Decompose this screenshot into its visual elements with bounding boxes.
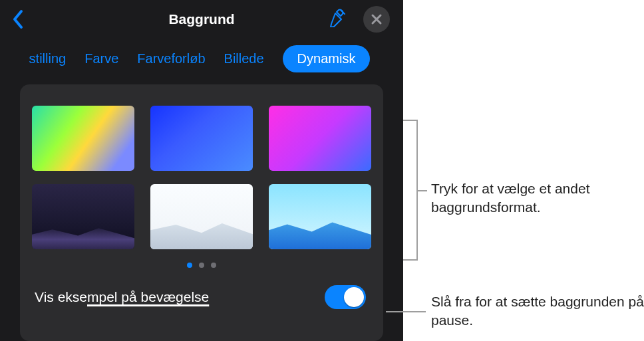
background-panel: Baggrund stilling Farve Farveforløb Bill… <box>0 0 403 341</box>
dynamic-preset-3[interactable] <box>269 106 371 171</box>
dynamic-preset-4[interactable] <box>32 184 134 249</box>
panel-title: Baggrund <box>168 11 234 27</box>
page-dot-2[interactable] <box>199 263 204 268</box>
tab-bar: stilling Farve Farveforløb Billede Dynam… <box>0 39 403 84</box>
thumbnail-card: Vis eksempel på bevægelse <box>20 84 383 341</box>
leader-line <box>386 311 426 312</box>
tab-farve[interactable]: Farve <box>84 51 118 66</box>
leader-line <box>403 120 418 121</box>
tab-stilling[interactable]: stilling <box>29 51 67 66</box>
motion-preview-label-underlined: mpel på bevægelse <box>87 289 209 304</box>
dynamic-preset-6[interactable] <box>269 184 371 249</box>
page-dot-3[interactable] <box>211 263 216 268</box>
chevron-left-icon <box>12 9 24 29</box>
page-dot-1[interactable] <box>187 263 192 268</box>
callout-pause-background: Slå fra for at sætte baggrunden på pause… <box>431 292 644 330</box>
leader-line <box>403 259 418 261</box>
panel-header: Baggrund <box>0 0 403 39</box>
back-button[interactable] <box>12 9 24 29</box>
dynamic-preset-1[interactable] <box>32 106 134 171</box>
motion-preview-label-prefix: Vis ekse <box>35 289 87 304</box>
tab-dynamisk[interactable]: Dynamisk <box>283 45 371 72</box>
motion-preview-toggle[interactable] <box>325 285 366 309</box>
eyedropper-icon <box>327 9 346 27</box>
thumbnail-grid <box>32 106 371 249</box>
dynamic-preset-5[interactable] <box>150 184 253 249</box>
toggle-knob <box>344 287 364 307</box>
close-button[interactable] <box>363 6 390 33</box>
leader-line <box>418 190 427 191</box>
page-indicator <box>32 263 371 268</box>
motion-preview-row: Vis eksempel på bevægelse <box>32 285 371 309</box>
eyedropper-button[interactable] <box>327 9 346 30</box>
dynamic-preset-2[interactable] <box>150 106 253 171</box>
tab-billede[interactable]: Billede <box>224 51 264 66</box>
tab-farveforloeb[interactable]: Farveforløb <box>137 51 205 66</box>
close-icon <box>371 13 383 25</box>
motion-preview-label: Vis eksempel på bevægelse <box>35 289 209 305</box>
callout-select-format: Tryk for at vælge et andet baggrundsform… <box>431 179 644 217</box>
